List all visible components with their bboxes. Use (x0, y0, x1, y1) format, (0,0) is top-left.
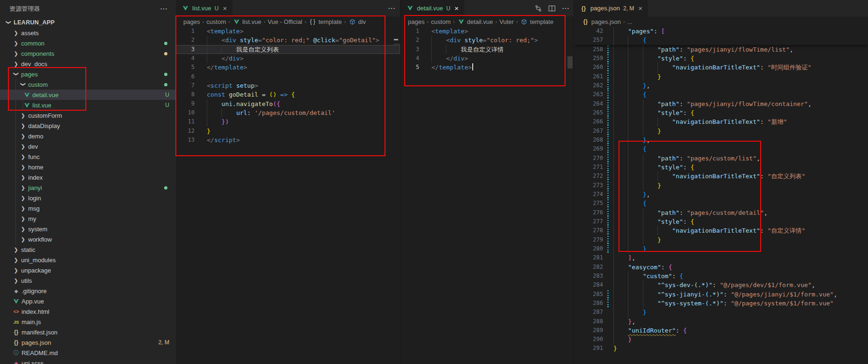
code-line[interactable]: 264 "path": "pages/jianyi/flowTime/conta… (574, 99, 868, 108)
code-line[interactable]: 8const goDetail = () => { (176, 90, 400, 99)
more-icon[interactable]: ⋯ (388, 5, 395, 12)
tree-item-jianyi[interactable]: ❯jianyi (0, 182, 176, 193)
tree-item-demo[interactable]: ❯demo (0, 131, 176, 141)
code-line[interactable]: 278 "navigationBarTitleText": "自定义详情" (574, 226, 868, 235)
tree-item-pages[interactable]: ❯pages (0, 69, 176, 79)
tree-item-utils[interactable]: ❯utils (0, 275, 176, 286)
tree-item-README.md[interactable]: ⓘREADME.md (0, 348, 176, 358)
code-line[interactable]: 267 } (574, 127, 868, 136)
code-line[interactable]: 280 } (574, 244, 868, 253)
tree-item-common[interactable]: ❯common (0, 38, 176, 48)
more-icon[interactable]: ⋯ (562, 5, 569, 12)
tree-item-main.js[interactable]: JSmain.js (0, 317, 176, 327)
code-line[interactable]: 257 { (574, 36, 868, 45)
breadcrumb-item-custom[interactable]: custom (206, 18, 226, 25)
code-line[interactable]: 2 <div style="color: red;" @click="goDet… (176, 36, 400, 45)
code-line[interactable]: 276 "path": "pages/custom/detail", (574, 208, 868, 217)
code-line[interactable]: 11 }) (176, 117, 400, 126)
tree-item-dev_docs[interactable]: ❯dev_docs (0, 59, 176, 69)
code-line[interactable]: 258 "path": "pages/jianyi/flowTime/list"… (574, 45, 868, 54)
breadcrumb-item-pages.json[interactable]: {}pages.json (581, 18, 621, 25)
code-line[interactable]: 6 (176, 72, 400, 81)
code-line[interactable]: 287 } (574, 308, 868, 317)
tree-item-manifest.json[interactable]: {}manifest.json (0, 327, 176, 337)
tree-item-.gitignore[interactable]: ◆.gitignore (0, 286, 176, 296)
code-line[interactable]: 260 "navigationBarTitleText": "时间组件验证" (574, 63, 868, 72)
compare-icon[interactable] (535, 5, 542, 12)
code-line[interactable]: 2 <div style="color: red;"> (400, 36, 574, 45)
code-line[interactable]: 259 "style": { (574, 54, 868, 63)
breadcrumb-item-div[interactable]: div (348, 18, 366, 25)
code-line[interactable]: 3 我是自定义详情 (400, 45, 574, 54)
code-line[interactable]: 277 "style": { (574, 217, 868, 226)
code-line[interactable]: 10 url: '/pages/custom/detail' (176, 108, 400, 117)
code-line[interactable]: 270 "path": "pages/custom/list", (574, 154, 868, 163)
tree-item-pages.json[interactable]: {}pages.json2, M (0, 337, 176, 348)
tree-item-func[interactable]: ❯func (0, 152, 176, 162)
code-line[interactable]: 4 </div> (400, 54, 574, 63)
code-line[interactable]: 268 }, (574, 136, 868, 144)
code-line[interactable]: 271 "style": { (574, 163, 868, 172)
code-line[interactable]: 282 "easycom": { (574, 263, 868, 272)
code-line[interactable]: 4 </div> (176, 54, 400, 63)
explorer-more-icon[interactable]: ⋯ (160, 4, 167, 13)
tree-item-list.vue[interactable]: list.vueU (0, 100, 176, 110)
code-line[interactable]: 13</script> (176, 136, 400, 144)
tab-list.vue[interactable]: list.vueU× (176, 0, 233, 16)
tree-item-uni.scss[interactable]: ◈uni.scss (0, 358, 176, 364)
tree-item-home[interactable]: ❯home (0, 162, 176, 172)
tree-item-components[interactable]: ❯components (0, 48, 176, 59)
tree-item-system[interactable]: ❯system (0, 224, 176, 234)
code-line[interactable]: 273 } (574, 181, 868, 190)
breadcrumb-item-template[interactable]: { }template (309, 18, 342, 25)
tree-item-my[interactable]: ❯my (0, 213, 176, 224)
breadcrumb-item-custom[interactable]: custom (431, 18, 451, 25)
tree-item-index[interactable]: ❯index (0, 172, 176, 182)
code-line[interactable]: 261 } (574, 72, 868, 81)
code-line[interactable]: 5</template> (400, 63, 574, 72)
breadcrumb-item-pages[interactable]: pages (408, 18, 424, 25)
code-line[interactable]: 274 }, (574, 190, 868, 199)
tree-item-dataDisplay[interactable]: ❯dataDisplay (0, 121, 176, 131)
code-line[interactable]: 272 "navigationBarTitleText": "自定义列表" (574, 172, 868, 181)
code-line[interactable]: 5</template> (176, 63, 400, 72)
code-line[interactable]: 3 我是自定义列表 (176, 45, 400, 54)
tab-detail.vue[interactable]: detail.vueU× (400, 0, 464, 16)
code-line[interactable]: 1<template> (176, 27, 400, 36)
code-line[interactable]: 289 "uniIdRouter": { (574, 326, 868, 335)
code-line[interactable]: 42 "pages": [ (574, 27, 868, 36)
breadcrumb-item-detail.vue[interactable]: detail.vue (457, 18, 493, 25)
code-line[interactable]: 7<script setup> (176, 81, 400, 90)
tree-item-dev[interactable]: ❯dev (0, 141, 176, 152)
code-line[interactable]: 263 { (574, 90, 868, 99)
breadcrumb-item-pages[interactable]: pages (183, 18, 200, 25)
code-line[interactable]: 9 uni.navigateTo({ (176, 99, 400, 108)
tree-item-App.vue[interactable]: App.vue (0, 296, 176, 306)
tree-item-msg[interactable]: ❯msg (0, 203, 176, 213)
tree-item-uni_modules[interactable]: ❯uni_modules (0, 255, 176, 265)
code-line[interactable]: 281 ], (574, 253, 868, 262)
tree-item-workflow[interactable]: ❯workflow (0, 234, 176, 244)
breadcrumb-item-template[interactable]: template (520, 18, 553, 25)
code-line[interactable]: 266 "navigationBarTitleText": "新增" (574, 117, 868, 126)
tree-item-detail.vue[interactable]: detail.vueU (0, 90, 176, 100)
code-line[interactable]: 286 "^sys-system-(.*)": "@/pages/system/… (574, 299, 868, 308)
breadcrumb-item-...[interactable]: ... (627, 18, 633, 25)
tree-item-unpackage[interactable]: ❯unpackage (0, 265, 176, 275)
tree-item-customForm[interactable]: ❯customForm (0, 110, 176, 121)
close-icon[interactable]: × (638, 5, 642, 12)
code-line[interactable]: 284 "^sys-dev-(.*)": "@/pages/dev/$1/for… (574, 281, 868, 289)
code-line[interactable]: 269 { (574, 144, 868, 153)
code-line[interactable]: 290 } (574, 335, 868, 344)
breadcrumb-item-Vuter[interactable]: Vuter (499, 18, 514, 25)
code-line[interactable]: 12} (176, 127, 400, 136)
code-line[interactable]: 265 "style": { (574, 108, 868, 117)
code-line[interactable]: 291} (574, 344, 868, 353)
close-icon[interactable]: × (223, 5, 227, 12)
split-icon[interactable] (548, 5, 556, 12)
code-line[interactable]: 283 "custom": { (574, 272, 868, 281)
tree-item-login[interactable]: ❯login (0, 193, 176, 203)
code-line[interactable]: 288 }, (574, 317, 868, 326)
code-line[interactable]: 285 "^sys-jianyi-(.*)": "@/pages/jianyi/… (574, 290, 868, 299)
tab-pages.json[interactable]: {}pages.json2, M× (574, 0, 648, 16)
